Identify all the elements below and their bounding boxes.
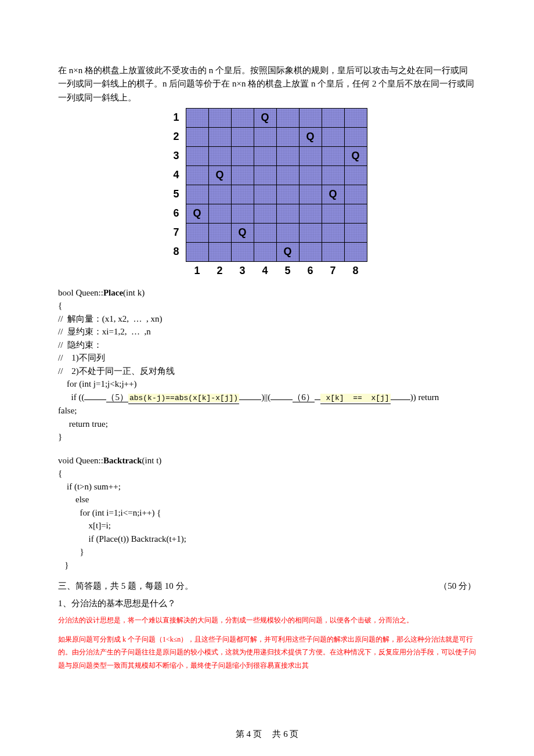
board-cell [186,108,208,127]
board-cell [276,165,299,185]
blank-5-label: （5） [106,393,128,402]
board-queen-cell: Q [344,146,367,165]
board-col-label: 5 [276,261,299,280]
code-line: // 隐约束： [58,339,476,352]
board-cell [208,108,231,127]
code-line: false; [58,404,476,417]
question-1: 1、分治法的基本思想是什么？ [58,597,476,610]
board-col-label: 6 [299,261,322,280]
board-cell [322,127,344,146]
board-cell [322,108,344,127]
board-cell [208,146,231,165]
board-col-label: 3 [231,261,254,280]
board-cell [254,165,276,185]
code-line: return true; [58,417,476,431]
board-cell [208,185,231,204]
board-cell [344,165,367,185]
board-cell [276,185,299,204]
board-queen-cell: Q [186,204,208,223]
board-cell [254,223,276,242]
code-line: else [58,493,476,506]
board-cell [276,204,299,223]
footer-page-current: 第 4 页 [236,729,262,739]
board-col-label: 8 [344,261,367,280]
blank-5-answer: abs(k-j)==abs(x[k]-x[j]) [128,394,239,402]
board-row-label: 5 [167,185,186,204]
board-cell [186,223,208,242]
board-cell [254,127,276,146]
board-cell [344,108,367,127]
board-cell [344,242,367,261]
code-line: if (Place(t)) Backtrack(t+1); [58,532,476,546]
board-cell [344,223,367,242]
code-line: } [58,430,476,444]
board-cell [231,242,254,261]
board-cell [344,185,367,204]
code-line: { [58,299,476,312]
code-blank [58,444,476,454]
board-queen-cell: Q [231,223,254,242]
board-cell [299,185,322,204]
board-cell [186,165,208,185]
board-cell [186,127,208,146]
section-3-title: 三、简答题，共 5 题，每题 10 分。 [58,579,193,593]
code-line: if (t>n) sum++; [58,480,476,494]
board-cell [322,204,344,223]
board-cell [186,242,208,261]
board-cell [186,146,208,165]
board-cell [276,127,299,146]
code-line: // 1)不同列 [58,351,476,365]
board-cell [254,146,276,165]
board-cell [276,108,299,127]
board-cell [231,185,254,204]
blank-6-answer: x[k] == x[j] [320,394,391,402]
answer-paragraph-2: 如果原问题可分割成 k 个子问题（1<k≤n），且这些子问题都可解，并可利用这些… [58,633,476,672]
page-footer: 第 4 页 共 6 页 [0,729,534,740]
code-line: for (int j=1;j<k;j++) [58,377,476,391]
code-line: // 显约束：xi=1,2, … ,n [58,325,476,339]
board-row-label: 3 [167,146,186,165]
board-cell [322,146,344,165]
board-row-label: 2 [167,127,186,146]
code-line: // 解向量：(x1, x2, … , xn) [58,312,476,326]
board-cell [231,204,254,223]
board-cell [231,108,254,127]
code-line: for (int i=1;i<=n;i++) { [58,506,476,520]
board-cell [276,146,299,165]
board-cell [231,127,254,146]
code-backtrack-line1: void Queen::Backtrack(int t) [58,454,476,467]
board-row-label: 4 [167,165,186,185]
board-cell [344,127,367,146]
code-blank-line: if ((（5）abs(k-j)==abs(x[k]-x[j]))||(（6） … [58,391,476,405]
board-cell [299,242,322,261]
board-queen-cell: Q [299,127,322,146]
board-col-label: 1 [186,261,208,280]
code-line: // 2)不处于同一正、反对角线 [58,365,476,378]
board-cell [186,185,208,204]
board-row-label: 6 [167,204,186,223]
code-line: } [58,559,476,572]
board-cell [299,165,322,185]
board-cell [254,185,276,204]
board-row-label: 7 [167,223,186,242]
board-col-label: 7 [322,261,344,280]
section-3-score: （50 分） [439,579,476,593]
board-cell [276,223,299,242]
code-line: } [58,545,476,559]
board-cell [208,204,231,223]
intro-paragraph: 在 n×n 格的棋盘上放置彼此不受攻击的 n 个皇后。按照国际象棋的规则，皇后可… [58,64,476,105]
board-row-label: 8 [167,242,186,261]
board-cell [208,242,231,261]
board-cell [322,165,344,185]
board-cell [299,108,322,127]
board-cell [208,223,231,242]
board-cell [344,204,367,223]
code-line: { [58,467,476,480]
board-cell [208,127,231,146]
footer-page-total: 共 6 页 [272,729,298,739]
code-line: x[t]=i; [58,519,476,532]
board-queen-cell: Q [322,185,344,204]
board-cell [299,223,322,242]
board-cell [254,204,276,223]
board-queen-cell: Q [276,242,299,261]
